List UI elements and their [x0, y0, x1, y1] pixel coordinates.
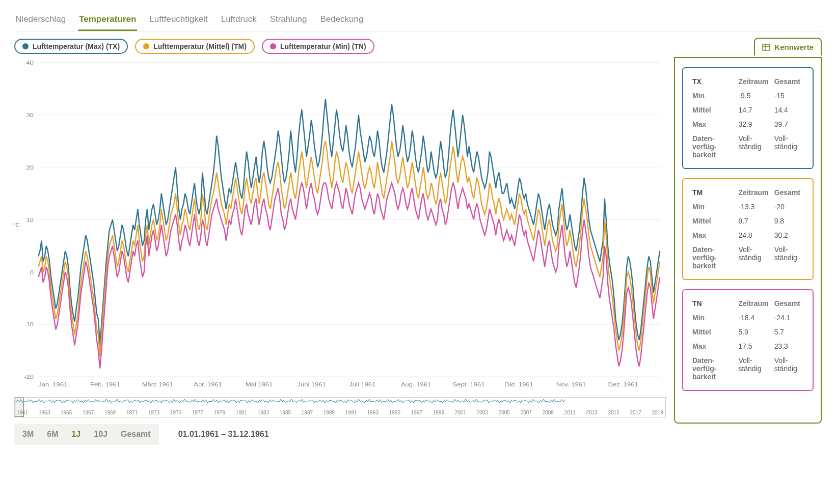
svg-text:Aug. 1961: Aug. 1961: [401, 381, 431, 388]
svg-text:-20: -20: [24, 374, 34, 380]
tab-luftdruck[interactable]: Luftdruck: [220, 10, 258, 31]
svg-text:Okt. 1961: Okt. 1961: [504, 381, 533, 388]
svg-rect-26: [763, 44, 770, 50]
svg-text:März 1961: März 1961: [142, 381, 174, 388]
stat-box-tx: TXZeitraumGesamtMin-9.5-15Mittel14.714.4…: [682, 67, 814, 169]
tab-strahlung[interactable]: Strahlung: [269, 10, 308, 31]
svg-text:Apr. 1961: Apr. 1961: [194, 381, 222, 388]
timeline-overview[interactable]: 1961196319651967196919711973197519771979…: [14, 397, 666, 417]
svg-text:Juli 1961: Juli 1961: [349, 381, 375, 388]
tab-bedeckung[interactable]: Bedeckung: [319, 10, 364, 31]
svg-text:Mai 1961: Mai 1961: [246, 381, 273, 388]
svg-text:Dez. 1961: Dez. 1961: [608, 381, 638, 388]
chart-area[interactable]: °C -20-10010203040Jan. 1961Feb. 1961März…: [14, 57, 666, 393]
legend-pill-tm[interactable]: Lufttemperatur (Mittel) (TM): [135, 39, 255, 54]
parameter-tabs: NiederschlagTemperaturenLuftfeuchtigkeit…: [14, 10, 822, 32]
svg-text:0: 0: [30, 269, 34, 275]
range-button-10J[interactable]: 10J: [88, 426, 114, 443]
svg-text:30: 30: [26, 111, 34, 118]
legend-pill-tn[interactable]: Lufttemperatur (Min) (TN): [262, 39, 374, 54]
svg-text:-10: -10: [24, 321, 34, 328]
svg-text:Nov. 1961: Nov. 1961: [556, 381, 586, 388]
stat-box-tm: TMZeitraumGesamtMin-13.3-20Mittel9.79.8M…: [682, 178, 814, 280]
date-range-label: 01.01.1961 – 31.12.1961: [178, 430, 269, 439]
range-button-1J[interactable]: 1J: [65, 426, 87, 443]
table-icon: [762, 43, 770, 51]
range-button-3M[interactable]: 3M: [16, 426, 40, 443]
svg-text:10: 10: [26, 216, 34, 223]
series-legend: Lufttemperatur (Max) (TX)Lufttemperatur …: [14, 39, 822, 54]
tab-temperaturen[interactable]: Temperaturen: [78, 10, 137, 31]
range-button-6M[interactable]: 6M: [41, 426, 64, 443]
stat-box-tn: TNZeitraumGesamtMin-18.4-24.1Mittel5.95.…: [682, 289, 814, 391]
tab-niederschlag[interactable]: Niederschlag: [14, 10, 67, 31]
svg-text:Jan. 1961: Jan. 1961: [38, 381, 67, 388]
svg-text:40: 40: [26, 60, 34, 66]
range-buttons: 3M6M1J10JGesamt: [14, 424, 159, 445]
timeline-year-ticks: 1961196319651967196919711973197519771979…: [15, 410, 665, 415]
svg-text:20: 20: [26, 164, 34, 171]
svg-text:Juni 1961: Juni 1961: [298, 381, 327, 388]
legend-pill-tx[interactable]: Lufttemperatur (Max) (TX): [14, 39, 128, 54]
kennwerte-panel: TXZeitraumGesamtMin-9.5-15Mittel14.714.4…: [674, 57, 822, 424]
tab-luftfeuchtigkeit[interactable]: Luftfeuchtigkeit: [148, 10, 208, 31]
kennwerte-tab[interactable]: Kennwerte: [754, 38, 822, 55]
range-button-Gesamt[interactable]: Gesamt: [115, 426, 157, 443]
svg-text:Feb. 1961: Feb. 1961: [90, 381, 120, 388]
svg-text:Sept. 1961: Sept. 1961: [453, 381, 485, 388]
